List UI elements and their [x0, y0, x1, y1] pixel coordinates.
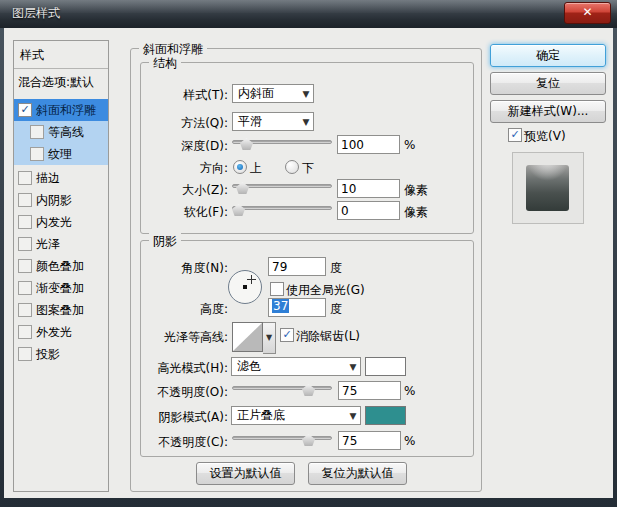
angle-unit: 度 — [330, 260, 342, 277]
preview-checkbox[interactable] — [508, 128, 522, 142]
sidebar-item-blending-options[interactable]: 混合选项:默认 — [14, 71, 108, 93]
stroke-checkbox[interactable] — [18, 171, 32, 185]
soften-slider[interactable] — [232, 203, 332, 217]
sidebar-item-label: 混合选项:默认 — [18, 74, 94, 91]
contour-checkbox[interactable] — [30, 125, 44, 139]
sidebar-item-inner-glow[interactable]: 内发光 — [14, 211, 108, 233]
soften-input[interactable] — [337, 201, 400, 220]
inner-glow-checkbox[interactable] — [18, 215, 32, 229]
chevron-down-icon[interactable]: ▼ — [263, 322, 276, 354]
dialog-title: 图层样式 — [12, 5, 60, 22]
technique-value: 平滑 — [233, 113, 299, 130]
texture-checkbox[interactable] — [30, 147, 44, 161]
satin-checkbox[interactable] — [18, 237, 32, 251]
chevron-down-icon: ▼ — [299, 117, 313, 127]
sidebar-item-stroke[interactable]: 描边 — [14, 167, 108, 189]
sidebar-item-label: 内阴影 — [36, 192, 72, 209]
soften-label: 软化(F): — [134, 204, 228, 221]
gloss-contour-thumbnail[interactable] — [232, 322, 263, 352]
outer-glow-checkbox[interactable] — [18, 325, 32, 339]
reset-button[interactable]: 复位 — [490, 72, 606, 95]
sidebar-item-satin[interactable]: 光泽 — [14, 233, 108, 255]
technique-dropdown[interactable]: 平滑 ▼ — [232, 112, 314, 131]
size-label: 大小(Z): — [134, 182, 228, 199]
size-input[interactable] — [337, 179, 400, 198]
soften-unit: 像素 — [404, 204, 428, 221]
style-dropdown[interactable]: 内斜面 ▼ — [232, 84, 314, 103]
sidebar-item-bevel-emboss[interactable]: 斜面和浮雕 — [14, 99, 108, 121]
drop-shadow-checkbox[interactable] — [18, 347, 32, 361]
chevron-down-icon: ▼ — [346, 411, 360, 421]
bevel-emboss-checkbox[interactable] — [18, 103, 32, 117]
highlight-mode-dropdown[interactable]: 滤色 ▼ — [231, 357, 361, 376]
depth-input[interactable] — [337, 135, 400, 154]
shadow-color-swatch[interactable] — [365, 406, 406, 425]
soften-slider-track[interactable] — [232, 206, 332, 210]
color-overlay-checkbox[interactable] — [18, 259, 32, 273]
direction-label: 方向: — [134, 160, 228, 177]
title-bar[interactable]: 图层样式 ✕ — [0, 0, 617, 28]
highlight-opacity-track[interactable] — [232, 386, 332, 390]
style-value: 内斜面 — [233, 85, 299, 102]
ok-button[interactable]: 确定 — [490, 44, 606, 67]
style-preview-thumbnail — [512, 152, 584, 224]
size-slider[interactable] — [232, 181, 332, 195]
preview-bevel-shape — [526, 165, 569, 211]
altitude-label: 高度: — [134, 301, 228, 318]
antialias-checkbox[interactable] — [280, 328, 294, 342]
sidebar-separator — [14, 68, 108, 69]
angle-dial[interactable] — [228, 270, 262, 304]
dialog-body: 样式 混合选项:默认 斜面和浮雕 等高线 纹理 描边 — [4, 28, 613, 498]
altitude-input[interactable]: 37 — [268, 298, 326, 317]
angle-dial-center — [243, 285, 247, 289]
shadow-opacity-slider[interactable] — [232, 433, 332, 447]
pattern-overlay-checkbox[interactable] — [18, 303, 32, 317]
shadow-mode-dropdown[interactable]: 正片叠底 ▼ — [231, 406, 361, 425]
use-global-light-checkbox[interactable] — [270, 282, 284, 296]
set-default-button[interactable]: 设置为默认值 — [196, 462, 295, 485]
crosshair-cursor-icon — [247, 275, 256, 284]
highlight-opacity-input[interactable] — [338, 381, 401, 400]
angle-input[interactable] — [268, 257, 326, 276]
sidebar-item-label: 渐变叠加 — [36, 280, 84, 297]
shadow-mode-value: 正片叠底 — [232, 407, 346, 424]
inner-shadow-checkbox[interactable] — [18, 193, 32, 207]
sidebar-item-texture[interactable]: 纹理 — [14, 143, 108, 165]
direction-up-label: 上 — [250, 160, 262, 177]
sidebar-item-gradient-overlay[interactable]: 渐变叠加 — [14, 277, 108, 299]
shadow-opacity-track[interactable] — [232, 436, 332, 440]
sidebar-item-outer-glow[interactable]: 外发光 — [14, 321, 108, 343]
direction-up-radio[interactable] — [233, 160, 247, 174]
sidebar-item-drop-shadow[interactable]: 投影 — [14, 343, 108, 365]
sidebar-item-contour[interactable]: 等高线 — [14, 121, 108, 143]
styles-list: 样式 混合选项:默认 斜面和浮雕 等高线 纹理 描边 — [13, 40, 109, 492]
gloss-contour-picker[interactable]: ▼ — [232, 322, 276, 352]
shadow-opacity-unit: % — [404, 434, 415, 448]
close-button[interactable]: ✕ — [564, 2, 611, 24]
sidebar-item-label: 颜色叠加 — [36, 258, 84, 275]
gradient-overlay-checkbox[interactable] — [18, 281, 32, 295]
shadow-opacity-input[interactable] — [338, 431, 401, 450]
gloss-contour-label: 光泽等高线: — [134, 329, 228, 346]
use-global-light-label: 使用全局光(G) — [286, 282, 365, 299]
sidebar-item-inner-shadow[interactable]: 内阴影 — [14, 189, 108, 211]
layer-style-dialog: 图层样式 ✕ 样式 混合选项:默认 斜面和浮雕 等高线 纹理 — [0, 0, 617, 507]
depth-slider[interactable] — [232, 137, 332, 151]
highlight-mode-value: 滤色 — [232, 358, 346, 375]
direction-down-radio[interactable] — [285, 160, 299, 174]
technique-label: 方法(Q): — [134, 115, 228, 132]
altitude-selected-text: 37 — [272, 299, 289, 313]
sidebar-item-pattern-overlay[interactable]: 图案叠加 — [14, 299, 108, 321]
highlight-opacity-label: 不透明度(O): — [134, 384, 228, 401]
chevron-down-icon: ▼ — [299, 89, 313, 99]
new-style-button[interactable]: 新建样式(W)... — [490, 100, 606, 123]
depth-unit: % — [404, 138, 415, 152]
highlight-opacity-slider[interactable] — [232, 383, 332, 397]
highlight-color-swatch[interactable] — [365, 357, 406, 376]
sidebar-item-label: 描边 — [36, 170, 60, 187]
reset-default-button[interactable]: 复位为默认值 — [308, 462, 407, 485]
depth-label: 深度(D): — [134, 138, 228, 155]
sidebar-item-color-overlay[interactable]: 颜色叠加 — [14, 255, 108, 277]
sidebar-item-styles[interactable]: 样式 — [14, 44, 108, 66]
direction-down-label: 下 — [302, 160, 314, 177]
